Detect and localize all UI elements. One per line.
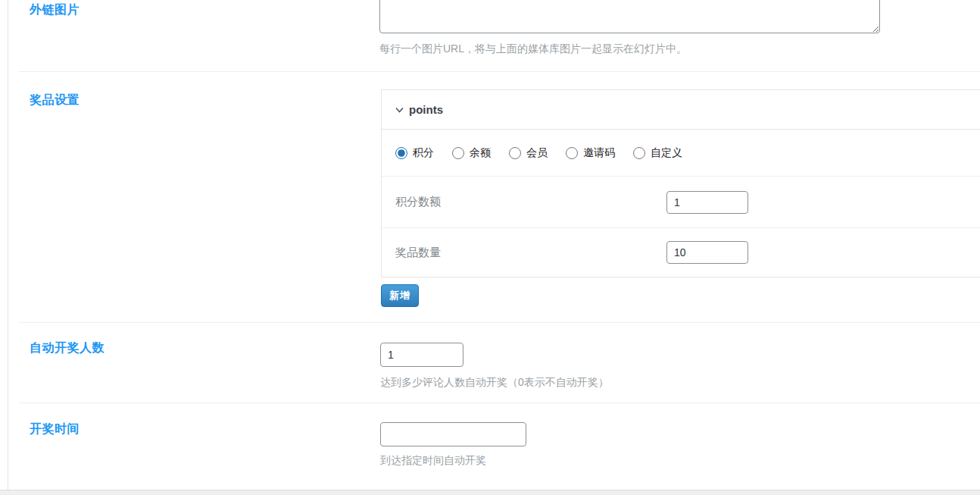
prize-quantity-label: 奖品数量 — [395, 246, 441, 260]
prize-quantity-input[interactable] — [666, 241, 748, 264]
points-radio[interactable] — [395, 147, 407, 159]
radio-option-invite-code[interactable]: 邀请码 — [566, 146, 615, 160]
prize-type-radio-group: 积分 余额 会员 邀请码 自定义 — [382, 130, 980, 177]
row-divider — [19, 403, 980, 403]
radio-option-balance[interactable]: 余额 — [452, 146, 491, 160]
balance-radio[interactable] — [452, 147, 464, 159]
radio-option-member[interactable]: 会员 — [509, 146, 548, 160]
radio-option-label: 自定义 — [651, 146, 682, 160]
draw-time-label: 开奖时间 — [30, 421, 80, 437]
auto-draw-count-input[interactable] — [380, 343, 463, 367]
external-images-help: 每行一个图片URL，将与上面的媒体库图片一起显示在幻灯片中。 — [379, 42, 687, 56]
radio-option-label: 积分 — [413, 146, 434, 160]
prize-settings-label: 奖品设置 — [30, 92, 80, 108]
page-background-strip — [0, 490, 980, 495]
auto-draw-count-help: 达到多少评论人数自动开奖（0表示不自动开奖） — [380, 376, 609, 390]
row-divider — [19, 322, 980, 323]
radio-option-label: 邀请码 — [583, 146, 615, 160]
radio-option-points[interactable]: 积分 — [395, 146, 434, 160]
radio-option-label: 余额 — [470, 146, 491, 160]
prize-panel-header[interactable]: points — [382, 90, 980, 130]
radio-option-custom[interactable]: 自定义 — [633, 146, 682, 160]
draw-time-input[interactable] — [380, 422, 526, 446]
points-amount-input[interactable] — [666, 191, 748, 214]
prize-panel: points 积分 余额 会员 邀请码 自定义 — [381, 89, 980, 277]
invite-code-radio[interactable] — [566, 147, 578, 159]
prize-quantity-row: 奖品数量 — [382, 228, 980, 277]
points-amount-label: 积分数额 — [395, 195, 441, 209]
settings-form-card: 外链图片 每行一个图片URL，将与上面的媒体库图片一起显示在幻灯片中。 奖品设置… — [8, 0, 980, 490]
points-amount-row: 积分数额 — [382, 177, 980, 228]
custom-radio[interactable] — [633, 147, 645, 159]
auto-draw-count-label: 自动开奖人数 — [30, 340, 105, 356]
external-images-textarea[interactable] — [379, 0, 880, 33]
prize-panel-title: points — [409, 103, 443, 116]
chevron-down-icon — [395, 107, 404, 113]
row-divider — [19, 71, 980, 72]
member-radio[interactable] — [509, 147, 521, 159]
draw-time-help: 到达指定时间自动开奖 — [380, 454, 486, 468]
external-images-label: 外链图片 — [30, 2, 80, 18]
add-prize-button[interactable]: 新增 — [381, 284, 419, 307]
radio-option-label: 会员 — [526, 146, 548, 160]
